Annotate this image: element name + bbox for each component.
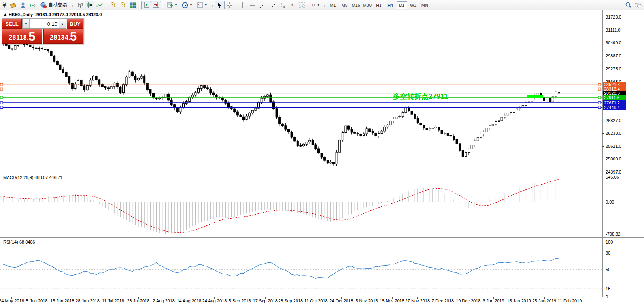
date-axis-label: 24 Aug 2018	[202, 298, 227, 303]
indicators-button[interactable]: ▼	[195, 1, 210, 9]
price-axis-tick	[602, 172, 604, 172]
macd-label: MACD(12,26,9) 488.07 446.71	[3, 175, 62, 180]
rsi-axis-label: 100	[606, 240, 613, 244]
timeframe-button-m30[interactable]: M30	[362, 1, 373, 9]
buy-price-quote[interactable]: 28134 . 5	[43, 29, 84, 44]
date-axis-label: 24 Oct 2018	[329, 298, 353, 303]
text-label-tool-button[interactable]: T	[297, 1, 307, 9]
signal-icon[interactable]	[28, 1, 38, 9]
pane-separator	[0, 297, 644, 297]
timeframe-bar: M1M5M15M30H1H4D1W1MN	[327, 1, 431, 9]
price-axis-tick	[602, 56, 604, 56]
macd-indicator-canvas[interactable]	[0, 173, 602, 238]
candlestick-chart-type-button[interactable]	[85, 1, 94, 9]
auto-scroll-button[interactable]	[151, 1, 161, 9]
collapse-trade-panel-icon[interactable]	[4, 13, 7, 16]
zoom-in-icon[interactable]	[108, 1, 118, 9]
price-axis-tick	[602, 121, 604, 121]
macd-axis-label: -708.82	[606, 232, 620, 236]
volume-input[interactable]	[30, 19, 59, 28]
autotrading-label: 自动交易	[48, 2, 67, 8]
volume-increase-button[interactable]: ▲	[59, 19, 66, 28]
buy-button[interactable]: BUY	[67, 19, 83, 29]
pane-separator[interactable]	[0, 237, 644, 238]
date-axis-label: 15 Nov 2018	[380, 298, 404, 303]
autotrading-button[interactable]: 自动交易	[38, 1, 70, 9]
tile-windows-icon[interactable]	[128, 1, 138, 9]
price-axis-label: 25621.0	[606, 144, 621, 149]
price-axis-label: 24397.0	[606, 170, 621, 174]
price-axis-label: 30499.0	[606, 40, 621, 45]
globe-icon	[40, 2, 47, 9]
date-axis-label: 25 Jan 2019	[532, 298, 556, 303]
zoom-out-icon[interactable]	[118, 1, 128, 9]
price-axis-tick	[602, 159, 604, 159]
timeframe-button-m1[interactable]: M1	[328, 1, 338, 9]
rsi-indicator-canvas[interactable]	[0, 238, 602, 297]
symbol-timeframe-label: HK50-,Daily	[9, 12, 33, 17]
sell-price-fraction: 5	[28, 31, 35, 43]
date-axis-label: 28 Sep 2018	[278, 298, 303, 303]
price-axis-tick	[602, 146, 604, 147]
cursor-tool-button[interactable]	[215, 1, 225, 9]
annotation-text[interactable]: 多空转折点27911	[393, 93, 448, 100]
line-chart-type-button[interactable]	[94, 1, 104, 9]
trendline-tool-button[interactable]	[258, 1, 268, 9]
timeframe-button-mn[interactable]: MN	[419, 1, 430, 9]
rsi-axis-tick	[602, 289, 604, 289]
rsi-axis-tick	[602, 297, 604, 297]
timeframe-button-h1[interactable]: H1	[374, 1, 384, 9]
volume-stepper: ▼ ▲	[22, 19, 66, 29]
date-axis-label: 24 May 2018	[0, 298, 24, 303]
price-axis-label: 31111.0	[606, 28, 620, 32]
vertical-line-tool-button[interactable]	[238, 1, 248, 9]
timeframe-button-w1[interactable]: W1	[408, 1, 419, 9]
date-axis-label: 19 Dec 2018	[456, 298, 480, 303]
search-icon[interactable]	[623, 1, 633, 9]
date-axis-label: 27 Nov 2018	[405, 298, 430, 303]
profile-icon[interactable]	[18, 1, 28, 9]
rsi-axis-label: 80	[606, 251, 610, 255]
rsi-axis-tick	[602, 253, 604, 253]
notebook-icon[interactable]	[8, 1, 18, 9]
bar-chart-type-button[interactable]	[75, 1, 85, 9]
date-axis-label: 11 Jul 2018	[102, 298, 124, 303]
date-axis-label: 15 Jan 2019	[507, 298, 531, 303]
price-axis-separator	[602, 10, 603, 297]
periods-button[interactable]: ▼	[179, 1, 195, 9]
price-chart-canvas[interactable]: 多空转折点27911	[0, 10, 602, 173]
date-axis-label: 28 Jun 2018	[76, 298, 100, 303]
sell-price-quote[interactable]: 28118 . 5	[2, 29, 42, 44]
date-axis-label: 14 Aug 2018	[177, 298, 201, 303]
price-axis-tick	[602, 30, 604, 30]
volume-decrease-button[interactable]: ▼	[23, 19, 30, 28]
price-axis-label: 26827.0	[606, 118, 621, 123]
horizontal-line-tool-button[interactable]	[248, 1, 258, 9]
timeframe-button-d1[interactable]: D1	[397, 1, 407, 9]
sell-price-main: 28118	[9, 32, 27, 43]
arrows-tool-button[interactable]: ▼	[307, 1, 322, 9]
order-menu-label[interactable]: 单	[1, 2, 8, 9]
timeframe-button-m15[interactable]: M15	[351, 1, 361, 9]
timeframe-button-m5[interactable]: M5	[339, 1, 350, 9]
main-toolbar: 单 自动交易 ▼ ▼	[0, 0, 644, 10]
new-chart-button[interactable]: ▼	[164, 1, 179, 9]
price-axis-label: 29887.0	[606, 53, 621, 58]
chat-icon[interactable]	[633, 1, 643, 9]
fibonacci-tool-button[interactable]: F	[278, 1, 287, 9]
price-axis-tick	[602, 17, 604, 17]
date-axis-label: 2 Aug 2018	[153, 298, 175, 303]
price-axis-tick	[602, 133, 604, 134]
timeframe-button-h4[interactable]: H4	[385, 1, 396, 9]
price-level-tag: 27449.4	[603, 105, 626, 110]
chart-shift-button[interactable]	[141, 1, 151, 9]
text-tool-button[interactable]: A	[287, 1, 297, 9]
crosshair-tool-button[interactable]	[225, 1, 234, 9]
equidistant-channel-tool-button[interactable]: E	[268, 1, 278, 9]
ohlc-values: 28161.0 28177.0 27913.5 28120.0	[35, 12, 102, 17]
price-axis-label: 25009.0	[606, 157, 621, 161]
sell-button[interactable]: SELL	[2, 19, 22, 29]
chevron-down-icon: ▼	[174, 3, 178, 7]
mt4-trading-terminal: { "toolbar": { "order_label": "单", "auto…	[0, 0, 644, 304]
pane-separator[interactable]	[0, 173, 644, 173]
